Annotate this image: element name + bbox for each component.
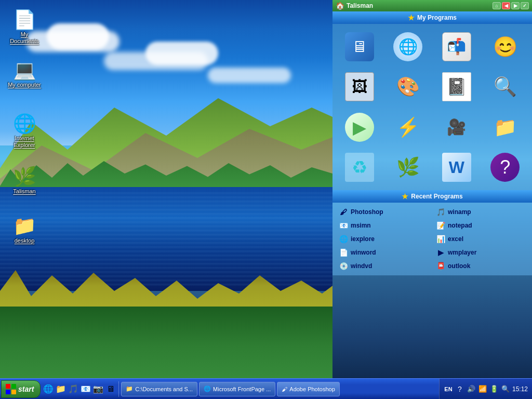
talisman-close-btn[interactable]: ✓ [521, 2, 529, 9]
tray-clock[interactable]: 15:12 [512, 385, 528, 393]
photoshop-icon: 🖌 [339, 207, 348, 217]
my-programs-header: ★ My Programs [332, 11, 532, 24]
my-documents-label: My Documents [6, 31, 43, 45]
excel-icon: 📊 [436, 234, 445, 244]
lang-text: EN [444, 386, 452, 392]
taskbar-frontpage-btn[interactable]: 🌐 Microsoft FrontPage ... [199, 382, 275, 396]
prog-help[interactable]: ? [483, 149, 528, 187]
prog-chair[interactable]: 🌿 [385, 149, 431, 187]
prog-ie[interactable]: 🌐 [385, 28, 431, 65]
desktop-wallpaper [0, 0, 332, 384]
prog-media[interactable]: ▶ [337, 109, 382, 146]
outlook-icon: 📮 [436, 261, 445, 271]
recent-excel[interactable]: 📊 excel [435, 233, 527, 245]
prog-palette[interactable]: 🎨 [385, 69, 431, 106]
ql-app2-icon[interactable]: 🎵 [68, 383, 79, 395]
tray-help[interactable]: ? [455, 384, 464, 394]
prog-photos[interactable]: 🖼 [337, 69, 382, 106]
prog-monitor[interactable]: 🖥 [337, 28, 382, 65]
excel-label: excel [448, 235, 463, 243]
quick-launch: 🌐 📁 🎵 📧 📷 🖥 [41, 381, 119, 397]
prog-notepad[interactable]: 📓 [434, 69, 480, 106]
tray-search[interactable]: 🔍 [501, 384, 510, 394]
desktop-icon-desktop-folder[interactable]: 📁 desktop [6, 216, 43, 244]
windvd-icon: 💿 [339, 261, 348, 271]
wmplayer-label: wmplayer [448, 249, 476, 256]
taskbar-explorer-btn[interactable]: 📁 C:\Documents and S... [121, 382, 197, 396]
explorer-label: C:\Documents and S... [135, 386, 193, 392]
recent-programs-header: ★ Recent Programs [332, 190, 532, 203]
prog-recycle[interactable]: ♻ [337, 149, 382, 187]
taskbar-photoshop-btn[interactable]: 🖌 Adobe Photoshop [277, 382, 339, 396]
ql-ie-icon[interactable]: 🌐 [43, 383, 54, 395]
start-label: start [18, 385, 34, 393]
ql-app3-icon[interactable]: 📧 [80, 383, 91, 395]
ql-app5-icon[interactable]: 🖥 [105, 383, 116, 395]
recent-winword[interactable]: 📄 winword [338, 246, 430, 259]
my-programs-star: ★ [408, 14, 415, 22]
photoshop-label: Photoshop [351, 208, 383, 216]
tray-network[interactable]: 📶 [478, 384, 487, 394]
taskbar-windows: 📁 C:\Documents and S... 🌐 Microsoft Fron… [119, 379, 439, 399]
recent-programs-list: 🖌 Photoshop 🎵 winamp 📧 msimn 📝 notepad 🌐… [332, 203, 532, 275]
outlook-label: outlook [448, 262, 470, 270]
prog-zip[interactable]: ⚡ [385, 109, 431, 146]
winamp-icon: 🎵 [436, 207, 445, 217]
xp-logo [6, 384, 16, 394]
tray-volume[interactable]: 🔊 [467, 384, 476, 394]
notepad-icon: 📝 [436, 221, 445, 230]
talisman-icon: 🌿 [14, 166, 35, 187]
iexplore-icon: 🌐 [339, 234, 348, 244]
taskbar: start 🌐 📁 🎵 📧 📷 🖥 📁 C:\Documents and S..… [0, 378, 532, 399]
talisman-back-btn[interactable]: ◀ [502, 2, 510, 9]
wmplayer-icon: ▶ [436, 248, 445, 257]
recent-iexplore[interactable]: 🌐 iexplore [338, 233, 430, 245]
ql-app1-icon[interactable]: 📁 [55, 383, 66, 395]
desktop-icon-my-documents[interactable]: 📄 My Documents [6, 9, 43, 45]
desktop-icon-my-computer[interactable]: 💻 My computer [6, 60, 43, 88]
recent-programs-star: ★ [402, 192, 408, 201]
iexplore-label: iexplore [351, 235, 375, 243]
tray-lang[interactable]: EN [444, 384, 453, 394]
talisman-panel: 🏠 Talisman ⌂ ◀ ▶ ✓ ★ My Programs 🖥 🌐 [332, 0, 532, 364]
prog-search[interactable]: 🔍 [483, 69, 528, 106]
msimn-icon: 📧 [339, 221, 348, 230]
notepad-label: notepad [448, 222, 472, 229]
internet-explorer-icon: 🌐 [14, 113, 35, 134]
my-programs-title: My Programs [417, 14, 457, 21]
recent-notepad[interactable]: 📝 notepad [435, 219, 527, 232]
winword-label: winword [351, 249, 376, 256]
talisman-label: Talisman [13, 188, 35, 195]
desktop-icon-talisman[interactable]: 🌿 Talisman [6, 166, 43, 195]
prog-mail[interactable]: 📬 [434, 28, 480, 65]
prog-folder[interactable]: 📁 [483, 109, 528, 146]
my-computer-icon: 💻 [14, 60, 35, 81]
internet-explorer-label: Internet Explorer [6, 135, 43, 149]
desktop-folder-icon: 📁 [14, 216, 35, 236]
talisman-title-icon: 🏠 [336, 2, 344, 10]
system-tray: EN ? 🔊 📶 🔋 🔍 15:12 [439, 379, 532, 399]
talisman-forward-btn[interactable]: ▶ [511, 2, 520, 9]
recent-photoshop[interactable]: 🖌 Photoshop [338, 206, 430, 218]
start-button[interactable]: start [1, 380, 41, 398]
prog-smiley[interactable]: 😊 [483, 28, 528, 65]
talisman-home-btn[interactable]: ⌂ [493, 2, 501, 9]
recent-wmplayer[interactable]: ▶ wmplayer [435, 246, 527, 259]
talisman-controls: ⌂ ◀ ▶ ✓ [493, 2, 529, 9]
msimn-label: msimn [351, 222, 371, 229]
recent-outlook[interactable]: 📮 outlook [435, 260, 527, 272]
desktop-icon-internet-explorer[interactable]: 🌐 Internet Explorer [6, 113, 43, 149]
recent-winamp[interactable]: 🎵 winamp [435, 206, 527, 218]
prog-word[interactable]: W [434, 149, 480, 187]
recent-msimn[interactable]: 📧 msimn [338, 219, 430, 232]
tray-app[interactable]: 🔋 [489, 384, 499, 394]
my-computer-label: My computer [8, 82, 41, 88]
explorer-icon: 📁 [126, 385, 133, 392]
talisman-titlebar: 🏠 Talisman ⌂ ◀ ▶ ✓ [332, 0, 532, 11]
winword-icon: 📄 [339, 248, 348, 257]
recent-windvd[interactable]: 💿 windvd [338, 260, 430, 272]
prog-video[interactable]: 🎥 [434, 109, 480, 146]
desktop-folder-label: desktop [15, 237, 35, 244]
ql-app4-icon[interactable]: 📷 [92, 383, 104, 395]
winamp-label: winamp [448, 208, 471, 216]
